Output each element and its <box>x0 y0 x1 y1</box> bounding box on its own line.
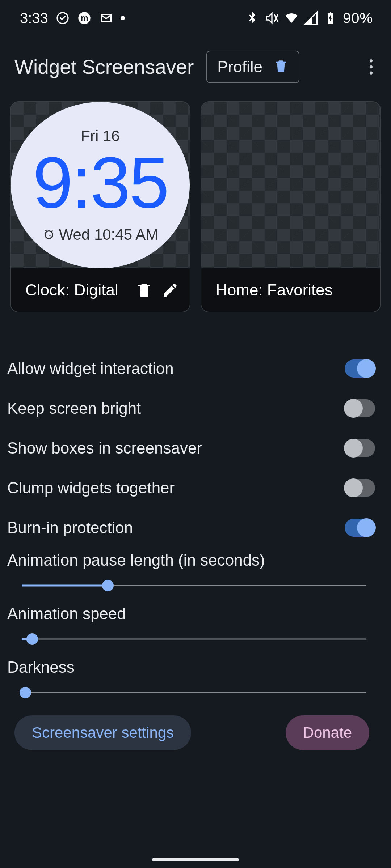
status-time: 3:33 <box>20 10 48 26</box>
svg-point-4 <box>370 72 373 75</box>
app-m-icon: m <box>77 11 92 25</box>
gmail-icon <box>99 11 113 25</box>
wifi-icon <box>284 11 299 25</box>
setting-animation-speed: Animation speed <box>7 601 380 655</box>
checkmark-circle-icon <box>55 11 70 25</box>
setting-label: Animation pause length (in seconds) <box>7 551 375 569</box>
slider[interactable] <box>22 634 366 644</box>
setting-show-boxes[interactable]: Show boxes in screensaver <box>7 428 380 468</box>
setting-label: Keep screen bright <box>7 399 141 417</box>
widget-card[interactable]: Home: Favorites <box>201 101 381 312</box>
settings-list: Allow widget interaction Keep screen bri… <box>0 312 391 750</box>
widget-preview <box>201 102 380 268</box>
gesture-nav-handle[interactable] <box>152 858 239 861</box>
profile-label: Profile <box>217 58 262 76</box>
donate-button[interactable]: Donate <box>286 715 369 750</box>
setting-label: Animation speed <box>7 605 375 623</box>
slider[interactable] <box>22 580 366 591</box>
widget-preview: Fri 16 9:35 Wed 10:45 AM <box>11 102 190 268</box>
setting-label: Clump widgets together <box>7 479 175 497</box>
setting-label: Allow widget interaction <box>7 359 174 378</box>
bluetooth-icon <box>245 11 260 25</box>
clock-alarm: Wed 10:45 AM <box>42 226 159 243</box>
notification-dot-icon <box>121 16 125 20</box>
screensaver-settings-button[interactable]: Screensaver settings <box>14 715 191 750</box>
setting-darkness: Darkness <box>7 655 380 708</box>
setting-label: Show boxes in screensaver <box>7 439 202 457</box>
widget-card[interactable]: Fri 16 9:35 Wed 10:45 AM Clock: Digital <box>10 101 190 312</box>
mute-icon <box>265 11 279 25</box>
overflow-menu-button[interactable] <box>362 56 380 78</box>
toggle-switch[interactable] <box>345 519 375 537</box>
alarm-icon <box>42 228 55 241</box>
widget-card-title: Home: Favorites <box>216 281 369 299</box>
setting-clump-widgets[interactable]: Clump widgets together <box>7 468 380 508</box>
profile-selector[interactable]: Profile <box>206 51 299 83</box>
page-title: Widget Screensaver <box>14 55 194 78</box>
setting-allow-widget-interaction[interactable]: Allow widget interaction <box>7 349 380 388</box>
toggle-switch[interactable] <box>345 399 375 417</box>
setting-keep-screen-bright[interactable]: Keep screen bright <box>7 388 380 428</box>
battery-percent: 90% <box>343 10 373 26</box>
toggle-switch[interactable] <box>345 359 375 378</box>
slider[interactable] <box>22 687 366 698</box>
setting-burn-in-protection[interactable]: Burn-in protection <box>7 508 380 548</box>
widget-cards-row[interactable]: Fri 16 9:35 Wed 10:45 AM Clock: Digital … <box>0 101 391 312</box>
delete-widget-button[interactable] <box>135 281 153 299</box>
clock-widget-preview: Fri 16 9:35 Wed 10:45 AM <box>11 102 190 268</box>
toggle-switch[interactable] <box>345 479 375 497</box>
setting-label: Burn-in protection <box>7 519 133 537</box>
app-header: Widget Screensaver Profile <box>0 36 391 98</box>
delete-profile-button[interactable] <box>273 58 289 76</box>
svg-point-3 <box>370 65 373 68</box>
toggle-switch[interactable] <box>345 439 375 457</box>
setting-animation-pause: Animation pause length (in seconds) <box>7 548 380 601</box>
battery-charging-icon <box>323 11 338 25</box>
clock-time: 9:35 <box>33 146 168 219</box>
status-bar: 3:33 m 90% <box>0 0 391 36</box>
svg-point-2 <box>370 59 373 62</box>
signal-icon <box>304 11 318 25</box>
widget-card-title: Clock: Digital <box>25 281 127 299</box>
edit-widget-button[interactable] <box>161 281 179 299</box>
setting-label: Darkness <box>7 658 375 676</box>
svg-text:m: m <box>80 13 88 23</box>
